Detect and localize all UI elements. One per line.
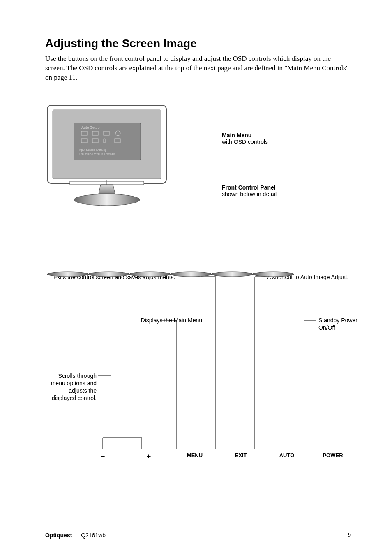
monitor-illustration: Auto Setup Input Source : Analog 1680x10…: [45, 103, 177, 212]
svg-point-32: [212, 272, 253, 277]
auto-button[interactable]: AUTO: [274, 452, 299, 461]
minus-button[interactable]: −: [90, 452, 115, 461]
main-menu-title: Main Menu: [222, 132, 329, 139]
power-button[interactable]: POWER: [321, 452, 345, 461]
osd-line1: Input Source : Analog: [79, 148, 106, 152]
fcp-sub: shown below in detail: [222, 191, 277, 197]
page-title: Adjusting the Screen Image: [45, 37, 351, 50]
osd-line2: 1680x1050 V:60Hz H:65KHz: [79, 153, 116, 155]
fcp-title: Front Control Panel: [222, 184, 329, 191]
svg-point-30: [129, 272, 171, 277]
panel-strip: [45, 269, 312, 280]
intro-text: Use the buttons on the front control pan…: [45, 54, 351, 83]
footer-brand: Optiquest: [45, 532, 72, 539]
exit-button[interactable]: EXIT: [228, 452, 253, 461]
main-menu-sub: with OSD controls: [222, 139, 268, 145]
svg-point-31: [171, 272, 212, 277]
svg-point-28: [47, 272, 88, 277]
osd-title: Auto Setup: [81, 125, 100, 130]
svg-point-13: [74, 194, 140, 206]
plus-button[interactable]: +: [136, 452, 161, 461]
footer-model: Q2161wb: [81, 532, 106, 539]
page-number: 9: [348, 532, 351, 539]
svg-point-29: [88, 272, 129, 277]
control-panel-diagram: Exits the control screen and saves adjus…: [45, 269, 349, 471]
menu-button[interactable]: MENU: [182, 452, 207, 461]
svg-point-33: [253, 272, 294, 277]
